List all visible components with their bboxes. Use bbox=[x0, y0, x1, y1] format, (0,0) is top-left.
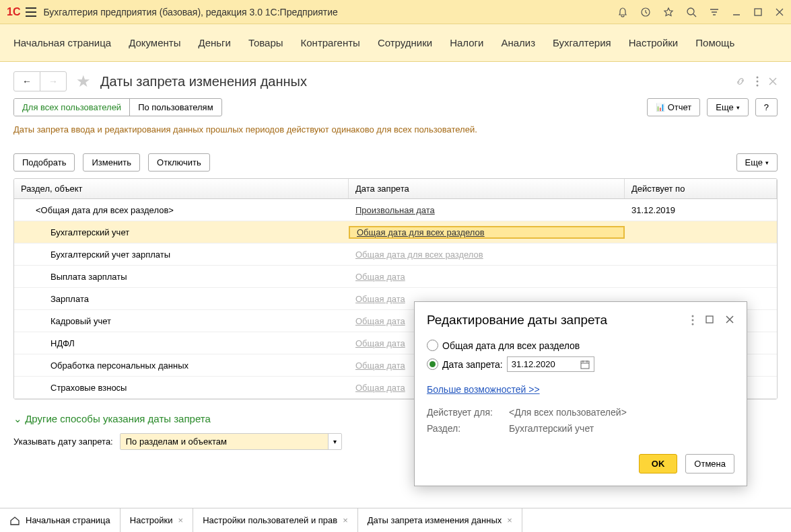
menu-item[interactable]: Налоги bbox=[450, 37, 483, 48]
menu-icon[interactable] bbox=[26, 7, 36, 17]
dialog-close-icon[interactable] bbox=[725, 315, 734, 326]
col-section[interactable]: Раздел, объект bbox=[14, 179, 349, 198]
nav-back-button[interactable]: ← bbox=[14, 72, 40, 91]
help-button[interactable]: ? bbox=[755, 98, 778, 116]
edit-date-dialog: Редактирование даты запрета Общая дата д… bbox=[414, 301, 747, 486]
tab-label: Настройки bbox=[130, 515, 173, 525]
radio-custom-date[interactable] bbox=[427, 358, 438, 370]
table-more-button[interactable]: Еще ▾ bbox=[736, 153, 778, 172]
svg-point-6 bbox=[692, 315, 694, 317]
favorite-star-icon[interactable]: ★ bbox=[76, 72, 91, 91]
date-mode-input[interactable] bbox=[121, 434, 328, 449]
date-mode-select[interactable]: ▾ bbox=[120, 433, 342, 450]
menu-item[interactable]: Деньги bbox=[198, 37, 230, 48]
table-row[interactable]: Бухгалтерский учетОбщая дата для всех ра… bbox=[14, 221, 777, 243]
cell-section: Обработка персональных данных bbox=[14, 360, 349, 371]
svg-rect-2 bbox=[755, 9, 761, 15]
bell-icon[interactable] bbox=[617, 7, 628, 17]
maximize-icon[interactable] bbox=[753, 7, 763, 17]
applies-value: <Для всех пользователей> bbox=[509, 407, 627, 418]
calendar-icon[interactable] bbox=[580, 360, 590, 369]
svg-rect-9 bbox=[706, 316, 713, 323]
config-label: Указывать дату запрета: bbox=[13, 436, 113, 447]
bottom-tab[interactable]: Настройки пользователей и прав× bbox=[193, 508, 358, 532]
section-value: Бухгалтерский учет bbox=[509, 423, 594, 434]
close-page-icon[interactable] bbox=[768, 77, 778, 86]
cell-section: Зарплата bbox=[14, 294, 349, 304]
tab-close-icon[interactable]: × bbox=[507, 515, 512, 525]
star-icon[interactable] bbox=[663, 7, 674, 17]
tab-label: Начальная страница bbox=[26, 515, 110, 525]
pick-button[interactable]: Подобрать bbox=[13, 153, 75, 172]
hint-text: Даты запрета ввода и редактирования данн… bbox=[0, 116, 791, 147]
menu-item[interactable]: Сотрудники bbox=[378, 37, 432, 48]
ok-button[interactable]: OK bbox=[639, 454, 678, 473]
menu-item[interactable]: Документы bbox=[129, 37, 180, 48]
svg-point-4 bbox=[757, 81, 759, 83]
svg-rect-10 bbox=[581, 361, 589, 369]
minimize-icon[interactable] bbox=[732, 7, 741, 17]
disable-button[interactable]: Отключить bbox=[148, 153, 210, 172]
tab-label: Настройки пользователей и прав bbox=[203, 515, 337, 525]
col-valid[interactable]: Действует по bbox=[625, 179, 777, 198]
menu-item[interactable]: Помощь bbox=[695, 37, 734, 48]
nav-forward-button[interactable]: → bbox=[40, 72, 66, 91]
ban-date-input[interactable]: 31.12.2020 bbox=[507, 356, 594, 372]
edit-button[interactable]: Изменить bbox=[83, 153, 140, 172]
section-label: Раздел: bbox=[427, 423, 501, 434]
more-button[interactable]: Еще ▾ bbox=[707, 98, 748, 116]
menu-item[interactable]: Контрагенты bbox=[301, 37, 360, 48]
table-row[interactable]: Бухгалтерский учет зарплатыОбщая дата дл… bbox=[14, 243, 777, 266]
svg-point-3 bbox=[757, 77, 759, 79]
bottom-tab[interactable]: Начальная страница bbox=[0, 508, 121, 532]
bottom-tab[interactable]: Настройки× bbox=[121, 508, 193, 532]
table-row[interactable]: <Общая дата для всех разделов>Произвольн… bbox=[14, 199, 777, 221]
menu-item[interactable]: Бухгалтерия bbox=[553, 37, 611, 48]
bottom-tab[interactable]: Даты запрета изменения данных× bbox=[358, 508, 522, 532]
radio-custom-label: Дата запрета: bbox=[442, 359, 503, 370]
more-options-link[interactable]: Больше возможностей >> bbox=[427, 384, 540, 395]
cell-section: Выплата зарплаты bbox=[14, 272, 349, 282]
search-icon[interactable] bbox=[686, 7, 697, 17]
link-icon[interactable] bbox=[734, 75, 747, 87]
dropdown-icon[interactable]: ▾ bbox=[328, 434, 341, 449]
window-title: Бухгалтерия предприятия (базовая), редак… bbox=[43, 7, 617, 17]
cell-date[interactable]: Общая дата bbox=[349, 272, 625, 282]
svg-point-8 bbox=[692, 324, 694, 326]
radio-common-label: Общая дата для всех разделов bbox=[442, 340, 580, 351]
close-icon[interactable] bbox=[775, 7, 784, 17]
cell-section: Кадровый учет bbox=[14, 316, 349, 326]
cell-date[interactable]: Общая дата для всех разделов bbox=[349, 250, 625, 260]
cell-section: НДФЛ bbox=[14, 338, 349, 348]
tab-close-icon[interactable]: × bbox=[343, 515, 348, 525]
menu-item[interactable]: Товары bbox=[248, 37, 283, 48]
menu-item[interactable]: Анализ bbox=[501, 37, 535, 48]
report-button[interactable]: Отчет bbox=[647, 98, 701, 116]
cancel-button[interactable]: Отмена bbox=[685, 454, 734, 473]
menu-item[interactable]: Начальная страница bbox=[13, 37, 111, 48]
dialog-kebab-icon[interactable] bbox=[691, 315, 694, 326]
radio-common-date[interactable] bbox=[427, 340, 438, 351]
applies-label: Действует для: bbox=[427, 407, 501, 418]
svg-point-7 bbox=[692, 319, 694, 321]
dialog-title: Редактирование даты запрета bbox=[427, 313, 691, 328]
page-title: Даты запрета изменения данных bbox=[100, 74, 729, 89]
menu-item[interactable]: Настройки bbox=[629, 37, 679, 48]
cell-date[interactable]: Общая дата для всех разделов bbox=[349, 226, 625, 239]
col-date[interactable]: Дата запрета bbox=[349, 179, 625, 198]
history-icon[interactable] bbox=[640, 7, 651, 17]
table-row[interactable]: Выплата зарплатыОбщая дата bbox=[14, 266, 777, 288]
cell-valid: 31.12.2019 bbox=[625, 205, 777, 215]
dialog-maximize-icon[interactable] bbox=[705, 315, 714, 326]
tab-close-icon[interactable]: × bbox=[178, 515, 184, 525]
tab-all-users[interactable]: Для всех пользователей bbox=[14, 99, 130, 116]
svg-point-5 bbox=[757, 85, 759, 87]
cell-section: Бухгалтерский учет зарплаты bbox=[14, 250, 349, 260]
tab-by-users[interactable]: По пользователям bbox=[130, 99, 221, 116]
tab-label: Даты запрета изменения данных bbox=[368, 515, 502, 525]
kebab-icon[interactable] bbox=[756, 76, 759, 87]
cell-section: Страховые взносы bbox=[14, 383, 349, 393]
home-icon bbox=[9, 516, 20, 525]
cell-date[interactable]: Произвольная дата bbox=[349, 205, 625, 215]
filter-icon[interactable] bbox=[709, 7, 720, 17]
